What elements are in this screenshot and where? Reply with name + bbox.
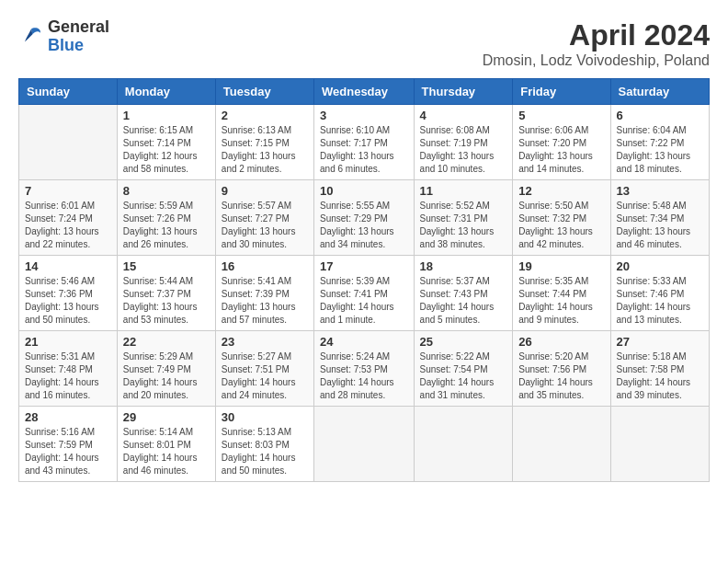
calendar-cell: 19Sunrise: 5:35 AMSunset: 7:44 PMDayligh…: [513, 256, 610, 331]
calendar-cell: 21Sunrise: 5:31 AMSunset: 7:48 PMDayligh…: [19, 331, 118, 407]
calendar-cell: 16Sunrise: 5:41 AMSunset: 7:39 PMDayligh…: [215, 256, 313, 331]
calendar-cell: [610, 407, 709, 482]
day-info: Sunrise: 5:57 AMSunset: 7:27 PMDaylight:…: [222, 200, 308, 251]
day-info: Sunrise: 5:52 AMSunset: 7:31 PMDaylight:…: [420, 200, 507, 251]
day-number: 17: [320, 259, 408, 273]
day-number: 13: [617, 184, 703, 198]
day-info: Sunrise: 6:01 AMSunset: 7:24 PMDaylight:…: [25, 200, 111, 251]
day-number: 21: [25, 335, 111, 349]
calendar-week-5: 28Sunrise: 5:16 AMSunset: 7:59 PMDayligh…: [19, 407, 710, 482]
calendar-week-4: 21Sunrise: 5:31 AMSunset: 7:48 PMDayligh…: [19, 331, 710, 407]
day-number: 9: [222, 184, 308, 198]
page-header: General Blue April 2024 Dmosin, Lodz Voi…: [18, 18, 710, 69]
day-info: Sunrise: 5:31 AMSunset: 7:48 PMDaylight:…: [25, 350, 111, 402]
day-number: 1: [123, 109, 210, 122]
calendar-header: SundayMondayTuesdayWednesdayThursdayFrid…: [19, 79, 710, 105]
day-info: Sunrise: 5:46 AMSunset: 7:36 PMDaylight:…: [25, 275, 111, 327]
calendar-cell: 20Sunrise: 5:33 AMSunset: 7:46 PMDayligh…: [610, 256, 709, 331]
day-number: 6: [617, 109, 703, 122]
calendar-cell: [19, 105, 118, 180]
day-info: Sunrise: 6:10 AMSunset: 7:17 PMDaylight:…: [320, 124, 408, 176]
day-number: 19: [518, 259, 604, 273]
logo-blue-text: Blue: [48, 37, 109, 55]
day-number: 18: [420, 259, 507, 273]
calendar-cell: 15Sunrise: 5:44 AMSunset: 7:37 PMDayligh…: [117, 256, 215, 331]
day-info: Sunrise: 5:16 AMSunset: 7:59 PMDaylight:…: [25, 426, 111, 477]
day-info: Sunrise: 5:50 AMSunset: 7:32 PMDaylight:…: [518, 200, 604, 251]
calendar-cell: 22Sunrise: 5:29 AMSunset: 7:49 PMDayligh…: [117, 331, 215, 407]
day-number: 24: [320, 335, 408, 349]
day-number: 29: [123, 410, 210, 424]
logo-general-text: General: [48, 18, 109, 37]
day-info: Sunrise: 5:27 AMSunset: 7:51 PMDaylight:…: [222, 350, 308, 402]
calendar-cell: 27Sunrise: 5:18 AMSunset: 7:58 PMDayligh…: [610, 331, 709, 407]
calendar-cell: 26Sunrise: 5:20 AMSunset: 7:56 PMDayligh…: [513, 331, 610, 407]
calendar-cell: 2Sunrise: 6:13 AMSunset: 7:15 PMDaylight…: [215, 105, 313, 180]
calendar-cell: 5Sunrise: 6:06 AMSunset: 7:20 PMDaylight…: [513, 105, 610, 180]
calendar-cell: 30Sunrise: 5:13 AMSunset: 8:03 PMDayligh…: [215, 407, 313, 482]
calendar-cell: [414, 407, 513, 482]
logo-bird-icon: [18, 24, 44, 50]
day-number: 22: [123, 335, 210, 349]
day-number: 15: [123, 259, 210, 273]
day-number: 28: [25, 410, 111, 424]
day-number: 8: [123, 184, 210, 198]
day-info: Sunrise: 6:08 AMSunset: 7:19 PMDaylight:…: [420, 124, 507, 176]
calendar-cell: 29Sunrise: 5:14 AMSunset: 8:01 PMDayligh…: [117, 407, 215, 482]
calendar-cell: 9Sunrise: 5:57 AMSunset: 7:27 PMDaylight…: [215, 180, 313, 256]
month-year-title: April 2024: [483, 18, 710, 52]
calendar-cell: 12Sunrise: 5:50 AMSunset: 7:32 PMDayligh…: [513, 180, 610, 256]
day-info: Sunrise: 5:55 AMSunset: 7:29 PMDaylight:…: [320, 200, 408, 251]
calendar-cell: 17Sunrise: 5:39 AMSunset: 7:41 PMDayligh…: [314, 256, 415, 331]
day-info: Sunrise: 5:14 AMSunset: 8:01 PMDaylight:…: [123, 426, 210, 477]
day-info: Sunrise: 5:29 AMSunset: 7:49 PMDaylight:…: [123, 350, 210, 402]
weekday-header-wednesday: Wednesday: [314, 79, 415, 105]
calendar-cell: 4Sunrise: 6:08 AMSunset: 7:19 PMDaylight…: [414, 105, 513, 180]
weekday-header-tuesday: Tuesday: [215, 79, 313, 105]
day-info: Sunrise: 5:24 AMSunset: 7:53 PMDaylight:…: [320, 350, 408, 402]
day-info: Sunrise: 5:41 AMSunset: 7:39 PMDaylight:…: [222, 275, 308, 327]
calendar-week-1: 1Sunrise: 6:15 AMSunset: 7:14 PMDaylight…: [19, 105, 710, 180]
day-info: Sunrise: 5:35 AMSunset: 7:44 PMDaylight:…: [518, 275, 604, 327]
day-number: 5: [518, 109, 604, 122]
day-number: 30: [222, 410, 308, 424]
calendar-cell: 11Sunrise: 5:52 AMSunset: 7:31 PMDayligh…: [414, 180, 513, 256]
calendar-cell: 24Sunrise: 5:24 AMSunset: 7:53 PMDayligh…: [314, 331, 415, 407]
calendar-cell: 6Sunrise: 6:04 AMSunset: 7:22 PMDaylight…: [610, 105, 709, 180]
day-info: Sunrise: 5:33 AMSunset: 7:46 PMDaylight:…: [617, 275, 703, 327]
day-number: 26: [518, 335, 604, 349]
day-info: Sunrise: 5:13 AMSunset: 8:03 PMDaylight:…: [222, 426, 308, 477]
calendar-body: 1Sunrise: 6:15 AMSunset: 7:14 PMDaylight…: [19, 105, 710, 482]
day-number: 25: [420, 335, 507, 349]
day-info: Sunrise: 5:37 AMSunset: 7:43 PMDaylight:…: [420, 275, 507, 327]
weekday-header-thursday: Thursday: [414, 79, 513, 105]
day-number: 4: [420, 109, 507, 122]
day-number: 12: [518, 184, 604, 198]
day-number: 11: [420, 184, 507, 198]
logo: General Blue: [18, 18, 109, 55]
calendar-cell: 23Sunrise: 5:27 AMSunset: 7:51 PMDayligh…: [215, 331, 313, 407]
day-info: Sunrise: 6:15 AMSunset: 7:14 PMDaylight:…: [123, 124, 210, 176]
day-info: Sunrise: 5:48 AMSunset: 7:34 PMDaylight:…: [617, 200, 703, 251]
calendar-table: SundayMondayTuesdayWednesdayThursdayFrid…: [18, 78, 710, 482]
day-info: Sunrise: 6:06 AMSunset: 7:20 PMDaylight:…: [518, 124, 604, 176]
day-number: 16: [222, 259, 308, 273]
day-number: 14: [25, 259, 111, 273]
calendar-cell: [314, 407, 415, 482]
weekday-header-friday: Friday: [513, 79, 610, 105]
weekday-header-sunday: Sunday: [19, 79, 118, 105]
title-section: April 2024 Dmosin, Lodz Voivodeship, Pol…: [483, 18, 710, 69]
calendar-week-2: 7Sunrise: 6:01 AMSunset: 7:24 PMDaylight…: [19, 180, 710, 256]
day-number: 23: [222, 335, 308, 349]
day-info: Sunrise: 5:39 AMSunset: 7:41 PMDaylight:…: [320, 275, 408, 327]
day-number: 20: [617, 259, 703, 273]
calendar-cell: 25Sunrise: 5:22 AMSunset: 7:54 PMDayligh…: [414, 331, 513, 407]
weekday-header-monday: Monday: [117, 79, 215, 105]
day-info: Sunrise: 5:18 AMSunset: 7:58 PMDaylight:…: [617, 350, 703, 402]
calendar-cell: [513, 407, 610, 482]
day-number: 3: [320, 109, 408, 122]
weekday-header-row: SundayMondayTuesdayWednesdayThursdayFrid…: [19, 79, 710, 105]
day-number: 7: [25, 184, 111, 198]
calendar-cell: 10Sunrise: 5:55 AMSunset: 7:29 PMDayligh…: [314, 180, 415, 256]
location-text: Dmosin, Lodz Voivodeship, Poland: [483, 52, 710, 69]
